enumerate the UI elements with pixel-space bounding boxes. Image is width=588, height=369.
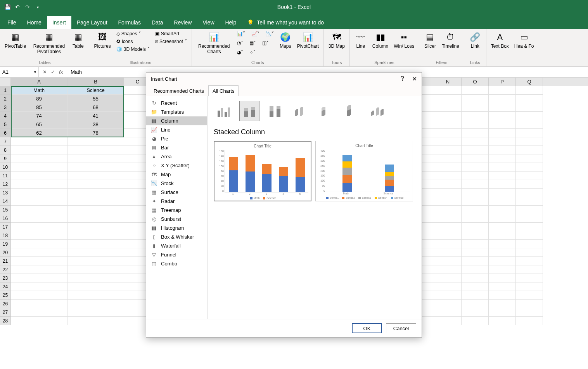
select-all-corner[interactable] <box>0 78 11 86</box>
chart-type-surface[interactable]: ▦Surface <box>146 188 207 197</box>
chart-type-sunburst[interactable]: ◎Sunburst <box>146 215 207 223</box>
line-chart-dropdown[interactable]: 📈˅ <box>250 30 261 37</box>
cell[interactable] <box>67 172 124 180</box>
chart-type-x-y-scatter-[interactable]: ⁘X Y (Scatter) <box>146 161 207 170</box>
cell[interactable] <box>516 95 543 103</box>
col-header-A[interactable]: A <box>11 78 67 86</box>
cell[interactable] <box>462 172 489 180</box>
3d-map-button[interactable]: 🗺3D Map <box>327 30 346 50</box>
cell[interactable] <box>489 112 516 120</box>
col-header-P[interactable]: P <box>489 78 516 86</box>
row-header-14[interactable]: 14 <box>0 197 11 206</box>
cell[interactable] <box>67 300 124 308</box>
cell[interactable] <box>11 248 67 257</box>
ok-button[interactable]: OK <box>352 323 382 333</box>
bar-chart-dropdown[interactable]: ▤˅ <box>248 40 258 47</box>
cell[interactable] <box>434 308 462 317</box>
cell[interactable] <box>489 163 516 172</box>
row-header-21[interactable]: 21 <box>0 257 11 265</box>
sparkline-column-button[interactable]: ▮▮Column <box>371 30 390 50</box>
row-header-11[interactable]: 11 <box>0 172 11 180</box>
cell[interactable] <box>516 103 543 112</box>
cell[interactable] <box>489 282 516 291</box>
table-button[interactable]: ▦Table <box>70 30 86 50</box>
cell[interactable] <box>67 317 124 325</box>
cell[interactable] <box>67 257 124 265</box>
row-header-9[interactable]: 9 <box>0 154 11 163</box>
shapes-button[interactable]: ◇Shapes ˅ <box>115 30 151 37</box>
cell[interactable] <box>516 180 543 189</box>
tab-help[interactable]: Help <box>220 16 242 29</box>
row-header-5[interactable]: 5 <box>0 120 11 129</box>
cell[interactable] <box>516 248 543 257</box>
cell[interactable] <box>516 231 543 240</box>
cell[interactable] <box>489 129 516 137</box>
pie-chart-dropdown[interactable]: ◕˅ <box>235 49 245 56</box>
cell[interactable]: 41 <box>67 112 124 120</box>
cell[interactable] <box>516 120 543 129</box>
chevron-down-icon[interactable]: ▾ <box>34 70 36 74</box>
cell[interactable] <box>11 274 67 282</box>
cell[interactable] <box>67 223 124 231</box>
chart-type-map[interactable]: 🗺Map <box>146 170 207 179</box>
chart-type-box-whisker[interactable]: ▯Box & Whisker <box>146 232 207 241</box>
cell[interactable] <box>434 95 462 103</box>
timeline-button[interactable]: ⏱Timeline <box>440 30 461 50</box>
tab-data[interactable]: Data <box>146 16 169 29</box>
column-chart-dropdown[interactable]: 📊˅ <box>235 30 247 37</box>
cell[interactable] <box>462 317 489 325</box>
cell[interactable] <box>67 189 124 197</box>
subtype-3d-column[interactable] <box>367 101 387 121</box>
row-header-1[interactable]: 1 <box>0 86 11 95</box>
cell[interactable] <box>489 146 516 154</box>
tab-view[interactable]: View <box>197 16 220 29</box>
cell[interactable] <box>462 300 489 308</box>
cell[interactable] <box>489 189 516 197</box>
cell[interactable] <box>434 120 462 129</box>
cell[interactable] <box>489 223 516 231</box>
combo-chart-dropdown[interactable]: ◫˅ <box>261 40 270 47</box>
close-icon[interactable]: ✕ <box>412 75 417 83</box>
cell[interactable] <box>489 172 516 180</box>
cell[interactable] <box>434 137 462 146</box>
cell[interactable] <box>67 137 124 146</box>
cell[interactable] <box>434 86 462 95</box>
cell[interactable] <box>434 317 462 325</box>
cell[interactable] <box>11 265 67 274</box>
icons-button[interactable]: ✪Icons <box>115 38 151 45</box>
save-icon[interactable]: 💾 <box>4 3 11 10</box>
tab-recommended-charts[interactable]: Recommended Charts <box>149 85 208 96</box>
pictures-button[interactable]: 🖼Pictures <box>92 30 112 50</box>
cell[interactable] <box>11 146 67 154</box>
chart-type-waterfall[interactable]: ▮Waterfall <box>146 241 207 250</box>
cell[interactable] <box>11 291 67 300</box>
chart-type-recent[interactable]: ↻Recent <box>146 99 207 107</box>
cell[interactable] <box>516 300 543 308</box>
row-header-26[interactable]: 26 <box>0 300 11 308</box>
cell[interactable] <box>462 206 489 214</box>
cell[interactable] <box>516 265 543 274</box>
cell[interactable] <box>462 137 489 146</box>
cell[interactable] <box>462 112 489 120</box>
row-header-22[interactable]: 22 <box>0 265 11 274</box>
chart-type-histogram[interactable]: ▮▮Histogram <box>146 223 207 232</box>
cell[interactable] <box>434 103 462 112</box>
row-header-19[interactable]: 19 <box>0 240 11 248</box>
cell[interactable] <box>11 317 67 325</box>
cell[interactable] <box>67 163 124 172</box>
cell[interactable] <box>489 300 516 308</box>
col-header-Q[interactable]: Q <box>516 78 543 86</box>
row-header-2[interactable]: 2 <box>0 95 11 103</box>
cell[interactable] <box>11 189 67 197</box>
row-header-3[interactable]: 3 <box>0 103 11 112</box>
cell[interactable] <box>11 300 67 308</box>
cell[interactable] <box>434 257 462 265</box>
chart-type-radar[interactable]: ✦Radar <box>146 197 207 206</box>
cell[interactable] <box>11 163 67 172</box>
cell[interactable] <box>11 206 67 214</box>
row-header-20[interactable]: 20 <box>0 248 11 257</box>
tab-insert[interactable]: Insert <box>47 16 71 29</box>
cell[interactable] <box>11 223 67 231</box>
chart-preview-1[interactable]: Chart Title02040608010012014016012345Mat… <box>214 141 311 201</box>
cell[interactable]: 55 <box>67 95 124 103</box>
